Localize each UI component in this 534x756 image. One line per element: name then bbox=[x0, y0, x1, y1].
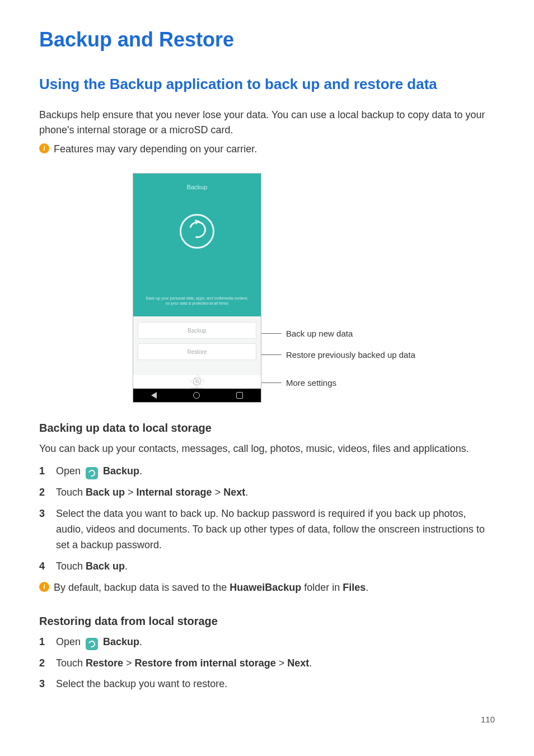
phone-caption: Back up your personal data, apps, and mu… bbox=[133, 296, 261, 307]
phone-backup-button: Backup bbox=[138, 322, 256, 339]
steps-backup: 1 Open Backup. 2 Touch Back up > Interna… bbox=[39, 464, 495, 574]
illustration: Backup Back up your personal data, apps,… bbox=[39, 173, 495, 403]
page-title: Backup and Restore bbox=[39, 28, 495, 52]
backup-intro: You can back up your contacts, messages,… bbox=[39, 441, 495, 457]
phone-restore-button: Restore bbox=[138, 343, 256, 360]
info-text: Features may vary depending on your carr… bbox=[54, 142, 257, 157]
subheading-restore: Restoring data from local storage bbox=[39, 615, 495, 628]
backup-app-icon bbox=[86, 638, 98, 650]
intro-paragraph: Backups help ensure that you never lose … bbox=[39, 108, 495, 139]
callout-settings: More settings bbox=[282, 378, 336, 388]
callout-backup: Back up new data bbox=[282, 329, 353, 338]
list-item: 1 Open Backup. bbox=[39, 634, 495, 650]
phone-mock: Backup Back up your personal data, apps,… bbox=[133, 173, 261, 403]
subheading-backup: Backing up data to local storage bbox=[39, 422, 495, 435]
callout-restore: Restore previously backed up data bbox=[282, 350, 415, 360]
list-item: 2 Touch Restore > Restore from internal … bbox=[39, 656, 495, 671]
callouts: Back up new data Restore previously back… bbox=[261, 173, 401, 403]
list-item: 3 Select the backup you want to restore. bbox=[39, 676, 495, 692]
info-icon: i bbox=[39, 143, 49, 153]
list-item: 1 Open Backup. bbox=[39, 464, 495, 479]
phone-header: Backup bbox=[133, 174, 261, 190]
list-item: 3 Select the data you want to back up. N… bbox=[39, 506, 495, 553]
phone-settings-button: Settings bbox=[133, 377, 261, 390]
section-title: Using the Backup application to back up … bbox=[39, 73, 495, 96]
gear-icon bbox=[193, 377, 201, 385]
nav-back-icon bbox=[151, 392, 157, 399]
info-note-2: i By default, backup data is saved to th… bbox=[39, 580, 495, 596]
backup-arc-icon bbox=[180, 214, 214, 249]
info-note-1: i Features may vary depending on your ca… bbox=[39, 142, 495, 157]
phone-navbar bbox=[133, 389, 261, 402]
page-number: 110 bbox=[39, 715, 495, 724]
steps-restore: 1 Open Backup. 2 Touch Restore > Restore… bbox=[39, 634, 495, 693]
list-item: 4 Touch Back up. bbox=[39, 559, 495, 575]
nav-recent-icon bbox=[236, 392, 243, 399]
info-icon: i bbox=[39, 582, 49, 592]
nav-home-icon bbox=[193, 392, 200, 399]
list-item: 2 Touch Back up > Internal storage > Nex… bbox=[39, 485, 495, 501]
info-text: By default, backup data is saved to the … bbox=[54, 580, 368, 596]
backup-app-icon bbox=[86, 467, 98, 479]
